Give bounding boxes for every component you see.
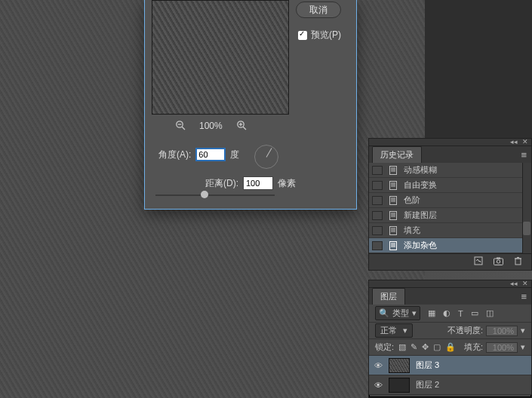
svg-rect-34 — [497, 257, 500, 259]
document-icon — [389, 211, 398, 220]
history-item[interactable]: 添加杂色 — [369, 238, 531, 253]
distance-input[interactable] — [243, 176, 273, 190]
cancel-button[interactable]: 取消 — [296, 2, 341, 18]
zoom-out-icon[interactable] — [175, 120, 186, 133]
opacity-value[interactable]: 100% — [486, 326, 518, 336]
create-document-icon[interactable] — [474, 256, 483, 268]
svg-rect-7 — [390, 166, 397, 174]
preview-checkbox[interactable] — [298, 31, 307, 40]
history-state-box[interactable] — [372, 211, 383, 220]
svg-rect-35 — [515, 259, 521, 265]
preview-label: 预览(P) — [311, 29, 341, 41]
close-icon[interactable]: ✕ — [522, 280, 528, 287]
document-icon — [389, 241, 398, 250]
svg-line-4 — [243, 127, 246, 130]
filter-adjust-icon[interactable]: ◐ — [443, 308, 451, 318]
chevron-down-icon[interactable]: ▾ — [521, 326, 525, 335]
history-collapse-bar: ◂◂ ✕ — [369, 139, 531, 146]
filter-smart-icon[interactable]: ◫ — [486, 308, 494, 318]
layers-lock-row: 锁定: ▧ ✎ ✥ ▢ 🔒 填充: 100% ▾ — [369, 339, 531, 356]
filter-preview-thumbnail[interactable] — [152, 0, 289, 115]
lock-position-icon[interactable]: ✥ — [422, 342, 429, 352]
collapse-icon[interactable]: ◂◂ — [510, 139, 518, 145]
layers-tabs: 图层 — [369, 288, 531, 305]
layers-flyout-icon[interactable]: ≡ — [521, 291, 527, 302]
tab-layers[interactable]: 图层 — [372, 288, 405, 305]
history-state-box[interactable] — [372, 181, 383, 190]
app-dark-area — [425, 0, 532, 138]
collapse-icon[interactable]: ◂◂ — [510, 280, 518, 287]
scrollbar-thumb[interactable] — [523, 222, 530, 235]
layers-collapse-bar: ◂◂ ✕ — [369, 280, 531, 288]
distance-slider[interactable] — [155, 194, 275, 196]
opacity-label: 不透明度: — [447, 325, 483, 336]
document-icon — [389, 166, 398, 175]
angle-input[interactable] — [195, 148, 226, 161]
layer-item[interactable]: 👁 图层 3 — [369, 356, 531, 375]
history-list: 动感模糊 自由变换 色阶 新建图层 填充 添加杂色 — [369, 163, 531, 253]
zoom-in-icon[interactable] — [236, 120, 247, 133]
zoom-percentage: 100% — [199, 121, 223, 131]
svg-rect-32 — [494, 259, 503, 265]
filter-pixel-icon[interactable]: ▦ — [428, 308, 435, 318]
distance-label: 距离(D): — [205, 177, 238, 190]
lock-label: 锁定: — [375, 341, 394, 353]
blend-mode-select[interactable]: 正常 ▾ — [375, 323, 413, 338]
fill-value[interactable]: 100% — [486, 342, 518, 353]
history-panel: ◂◂ ✕ 历史记录 ≡ 动感模糊 自由变换 色阶 新建图层 填充 — [368, 138, 532, 271]
history-footer — [369, 253, 531, 270]
history-flyout-icon[interactable]: ≡ — [521, 149, 527, 161]
history-state-box[interactable] — [372, 166, 383, 175]
angle-unit: 度 — [230, 148, 239, 161]
history-item[interactable]: 色阶 — [369, 193, 531, 208]
document-icon — [389, 181, 398, 190]
history-item[interactable]: 填充 — [369, 223, 531, 238]
layer-item[interactable]: 👁 图层 2 — [369, 375, 531, 395]
filter-type-icon[interactable]: T — [458, 309, 463, 318]
preview-checkbox-row[interactable]: 预览(P) — [298, 29, 341, 41]
visibility-icon[interactable]: 👁 — [374, 381, 383, 390]
svg-rect-15 — [390, 196, 397, 204]
layer-name[interactable]: 图层 3 — [416, 360, 439, 371]
svg-rect-23 — [390, 226, 397, 234]
history-state-box[interactable] — [372, 196, 383, 205]
distance-row: 距离(D): 像素 — [205, 176, 296, 190]
close-icon[interactable]: ✕ — [522, 139, 528, 145]
filter-shape-icon[interactable]: ▭ — [471, 308, 478, 318]
lock-paint-icon[interactable]: ✎ — [411, 342, 417, 352]
layers-filter-row: 🔍 类型 ▾ ▦ ◐ T ▭ ◫ — [369, 305, 531, 323]
document-icon — [389, 226, 398, 235]
chevron-down-icon[interactable]: ▾ — [521, 342, 525, 352]
visibility-icon[interactable]: 👁 — [374, 361, 383, 370]
history-item-label: 新建图层 — [404, 210, 437, 221]
angle-row: 角度(A): 度 — [158, 148, 239, 161]
history-scrollbar[interactable] — [522, 163, 531, 253]
lock-transparent-icon[interactable]: ▧ — [398, 342, 406, 352]
lock-all-icon[interactable]: 🔒 — [445, 342, 456, 352]
snapshot-icon[interactable] — [494, 257, 503, 268]
blend-mode-label: 正常 — [380, 325, 397, 336]
layer-kind-label: 类型 — [392, 308, 409, 319]
motion-blur-dialog: 取消 预览(P) 100% 角度(A): 度 距离(D): 像素 — [144, 0, 357, 210]
history-item[interactable]: 自由变换 — [369, 178, 531, 193]
history-item[interactable]: 动感模糊 — [369, 163, 531, 178]
document-icon — [389, 196, 398, 205]
history-state-box[interactable] — [372, 226, 383, 235]
history-item[interactable]: 新建图层 — [369, 208, 531, 223]
chevron-down-icon: ▾ — [412, 308, 417, 318]
history-state-box[interactable] — [372, 241, 383, 250]
layer-thumbnail[interactable] — [389, 358, 410, 373]
svg-rect-27 — [390, 241, 397, 250]
distance-unit: 像素 — [278, 177, 296, 190]
layer-name[interactable]: 图层 2 — [416, 379, 439, 390]
angle-label: 角度(A): — [158, 148, 191, 161]
svg-rect-19 — [390, 211, 397, 219]
history-item-label: 填充 — [404, 225, 420, 236]
trash-icon[interactable] — [514, 256, 522, 268]
angle-wheel[interactable] — [254, 145, 278, 169]
tab-history[interactable]: 历史记录 — [372, 146, 422, 163]
layer-kind-select[interactable]: 🔍 类型 ▾ — [375, 306, 420, 320]
distance-slider-thumb[interactable] — [201, 191, 208, 198]
layer-thumbnail[interactable] — [389, 378, 410, 393]
lock-artboard-icon[interactable]: ▢ — [433, 342, 441, 352]
